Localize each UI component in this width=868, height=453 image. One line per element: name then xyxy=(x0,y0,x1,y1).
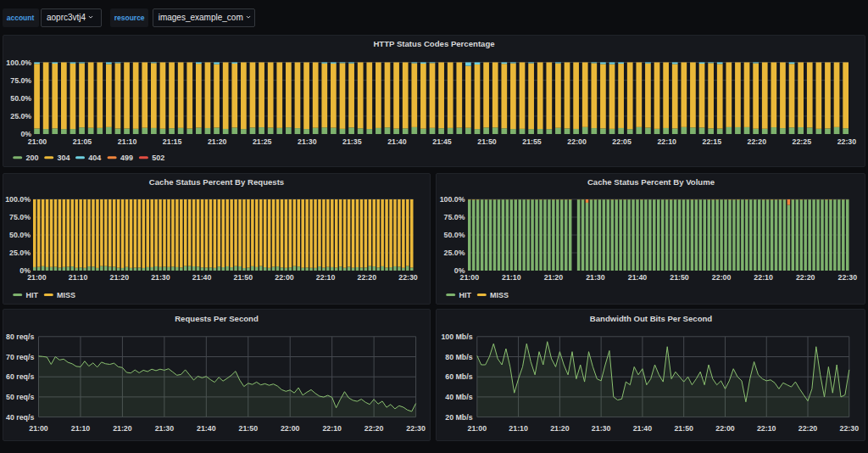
svg-text:22:30: 22:30 xyxy=(839,424,859,433)
svg-text:22:10: 22:10 xyxy=(316,273,336,282)
svg-text:21:40: 21:40 xyxy=(387,137,407,146)
svg-text:21:50: 21:50 xyxy=(239,424,259,433)
svg-text:HIT: HIT xyxy=(26,290,39,299)
svg-text:21:40: 21:40 xyxy=(632,424,652,433)
svg-text:22:10: 22:10 xyxy=(657,137,676,146)
svg-text:21:20: 21:20 xyxy=(208,137,227,146)
svg-text:25.0%: 25.0% xyxy=(443,249,465,257)
svg-text:22:10: 22:10 xyxy=(756,424,776,433)
svg-text:22:10: 22:10 xyxy=(754,273,773,282)
svg-text:50.0%: 50.0% xyxy=(443,231,465,239)
svg-text:22:00: 22:00 xyxy=(715,424,735,433)
svg-text:21:30: 21:30 xyxy=(155,424,175,433)
svg-text:50.0%: 50.0% xyxy=(10,94,31,103)
svg-text:Bandwidth Out Bits Per Second: Bandwidth Out Bits Per Second xyxy=(589,314,712,323)
svg-text:60 Mb/s: 60 Mb/s xyxy=(445,372,472,381)
svg-text:50 req/s: 50 req/s xyxy=(6,393,34,401)
svg-text:502: 502 xyxy=(152,154,164,162)
svg-text:Requests Per Second: Requests Per Second xyxy=(175,314,259,323)
svg-text:22:20: 22:20 xyxy=(795,273,815,282)
svg-text:100.0%: 100.0% xyxy=(439,195,465,204)
svg-text:21:45: 21:45 xyxy=(432,137,452,146)
svg-text:MISS: MISS xyxy=(490,290,509,299)
svg-text:21:05: 21:05 xyxy=(73,137,92,146)
svg-text:21:50: 21:50 xyxy=(674,424,693,433)
svg-text:40 req/s: 40 req/s xyxy=(6,413,34,422)
svg-text:HIT: HIT xyxy=(459,290,471,299)
svg-text:40 Mb/s: 40 Mb/s xyxy=(445,393,472,401)
svg-text:21:10: 21:10 xyxy=(509,424,528,433)
svg-text:21:55: 21:55 xyxy=(522,137,542,146)
svg-text:22:00: 22:00 xyxy=(567,137,587,146)
svg-text:100.0%: 100.0% xyxy=(6,59,31,67)
svg-text:21:00: 21:00 xyxy=(29,424,48,433)
svg-text:22:30: 22:30 xyxy=(398,273,418,282)
svg-text:21:30: 21:30 xyxy=(298,137,317,146)
svg-text:21:40: 21:40 xyxy=(192,273,212,282)
svg-text:75.0%: 75.0% xyxy=(443,213,465,221)
svg-text:80 Mb/s: 80 Mb/s xyxy=(445,353,472,361)
svg-text:50.0%: 50.0% xyxy=(9,231,31,239)
svg-text:25.0%: 25.0% xyxy=(9,249,31,257)
svg-text:75.0%: 75.0% xyxy=(10,76,31,85)
svg-text:21:20: 21:20 xyxy=(550,424,570,433)
svg-text:21:30: 21:30 xyxy=(586,273,605,282)
svg-text:22:20: 22:20 xyxy=(364,424,384,433)
svg-text:21:00: 21:00 xyxy=(28,137,47,146)
svg-text:21:40: 21:40 xyxy=(197,424,216,433)
svg-text:21:35: 21:35 xyxy=(342,137,362,146)
svg-text:21:20: 21:20 xyxy=(113,424,132,433)
svg-text:22:00: 22:00 xyxy=(275,273,294,282)
svg-text:499: 499 xyxy=(120,154,133,162)
svg-text:22:20: 22:20 xyxy=(358,273,377,282)
svg-text:60 req/s: 60 req/s xyxy=(6,372,34,381)
svg-text:404: 404 xyxy=(88,154,101,162)
svg-text:22:30: 22:30 xyxy=(837,273,857,282)
svg-text:Cache Status Percent By Reques: Cache Status Percent By Requests xyxy=(149,176,284,186)
svg-text:HTTP Status Codes Percentage: HTTP Status Codes Percentage xyxy=(373,39,494,48)
svg-text:80 req/s: 80 req/s xyxy=(6,333,34,341)
svg-text:25.0%: 25.0% xyxy=(10,112,31,120)
svg-text:21:20: 21:20 xyxy=(543,273,563,282)
svg-text:21:50: 21:50 xyxy=(234,273,253,282)
svg-text:21:50: 21:50 xyxy=(670,273,689,282)
svg-text:21:10: 21:10 xyxy=(502,273,521,282)
svg-text:22:15: 22:15 xyxy=(703,137,722,146)
svg-text:304: 304 xyxy=(58,154,70,162)
svg-text:22:20: 22:20 xyxy=(748,137,767,146)
svg-text:21:20: 21:20 xyxy=(110,273,130,282)
svg-text:200: 200 xyxy=(26,154,39,162)
svg-text:21:30: 21:30 xyxy=(151,273,170,282)
svg-text:21:00: 21:00 xyxy=(467,424,487,433)
svg-text:21:30: 21:30 xyxy=(591,424,610,433)
svg-text:70 req/s: 70 req/s xyxy=(6,353,34,361)
svg-text:21:15: 21:15 xyxy=(163,137,182,146)
svg-text:20 Mb/s: 20 Mb/s xyxy=(445,413,472,422)
svg-text:21:00: 21:00 xyxy=(459,273,479,282)
svg-text:21:10: 21:10 xyxy=(118,137,137,146)
svg-text:22:20: 22:20 xyxy=(798,424,817,433)
svg-text:21:50: 21:50 xyxy=(477,137,497,146)
svg-text:22:05: 22:05 xyxy=(612,137,632,146)
svg-text:100 Mb/s: 100 Mb/s xyxy=(441,333,472,341)
svg-text:21:00: 21:00 xyxy=(27,273,47,282)
svg-text:22:30: 22:30 xyxy=(406,424,426,433)
svg-text:21:10: 21:10 xyxy=(69,273,88,282)
svg-text:Cache Status Percent By Volume: Cache Status Percent By Volume xyxy=(587,176,714,186)
svg-text:21:10: 21:10 xyxy=(71,424,91,433)
svg-text:22:10: 22:10 xyxy=(322,424,342,433)
svg-text:21:25: 21:25 xyxy=(253,137,272,146)
svg-text:22:30: 22:30 xyxy=(837,137,857,146)
svg-text:22:00: 22:00 xyxy=(281,424,300,433)
svg-text:21:40: 21:40 xyxy=(627,273,647,282)
svg-text:100.0%: 100.0% xyxy=(5,195,31,204)
svg-text:MISS: MISS xyxy=(57,290,75,299)
svg-text:22:25: 22:25 xyxy=(793,137,812,146)
svg-text:22:00: 22:00 xyxy=(711,273,731,282)
svg-text:75.0%: 75.0% xyxy=(9,213,31,221)
